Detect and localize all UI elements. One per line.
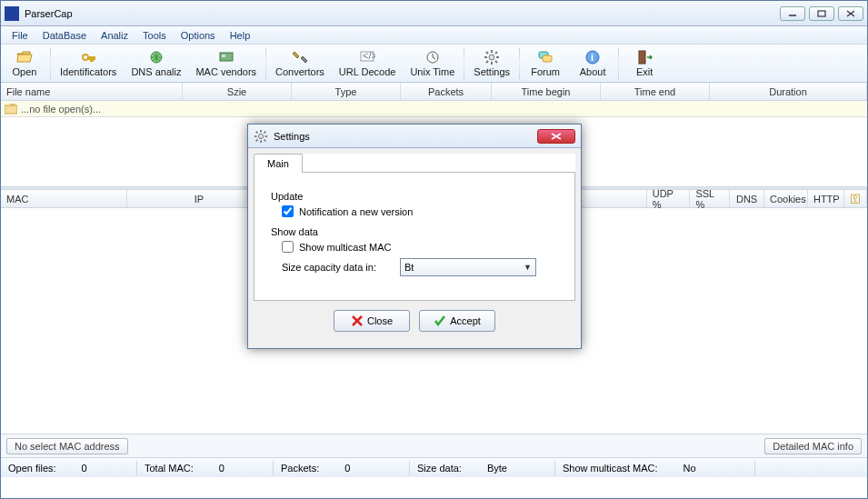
maximize-button[interactable]: [809, 6, 834, 21]
check-icon: [434, 314, 446, 327]
status-openfiles-value: 0: [82, 463, 87, 474]
accept-button-label: Accept: [450, 315, 481, 326]
clock-icon: [424, 49, 441, 65]
svg-point-11: [489, 55, 494, 60]
separator: [50, 48, 51, 79]
checkbox-multicast[interactable]: [282, 241, 294, 253]
forum-icon: [537, 49, 554, 65]
col-http[interactable]: HTTP: [808, 190, 844, 207]
file-grid-header: File name Szie Type Packets Time begin T…: [1, 83, 867, 101]
checkbox-notify-row[interactable]: Notification a new version: [282, 205, 558, 217]
detailed-mac-button[interactable]: Detailed MAC info: [764, 438, 862, 454]
col-packets[interactable]: Packets: [401, 83, 492, 100]
tb-forum[interactable]: Forum: [522, 45, 569, 82]
status-openfiles-label: Open files:: [8, 463, 56, 474]
tb-dns[interactable]: DNS analiz: [124, 45, 188, 82]
size-capacity-select[interactable]: Bt ▼: [400, 258, 536, 276]
col-size[interactable]: Szie: [183, 83, 292, 100]
svg-point-4: [83, 55, 88, 60]
checkbox-multicast-label: Show multicast MAC: [299, 242, 391, 253]
info-icon: i: [584, 49, 601, 65]
dialog-titlebar[interactable]: Settings: [248, 125, 581, 148]
close-button-label: Close: [367, 315, 393, 326]
status-totalmac-value: 0: [219, 463, 224, 474]
dns-icon: [148, 49, 165, 65]
file-grid-empty-row: ...no file open(s)...: [1, 101, 867, 117]
size-capacity-label: Size capacity data in:: [282, 262, 400, 273]
statusbar: Open files:0 Total MAC:0 Packets:0 Size …: [1, 457, 867, 477]
nic-icon: [218, 49, 234, 65]
status-totalmac-label: Total MAC:: [145, 463, 194, 474]
svg-line-32: [256, 139, 258, 141]
tb-about[interactable]: iAbout: [569, 45, 616, 82]
group-showdata: Show data: [271, 226, 558, 237]
col-type[interactable]: Type: [292, 83, 401, 100]
svg-line-33: [264, 131, 266, 133]
empty-text: ...no file open(s)...: [21, 104, 101, 115]
close-button[interactable]: Close: [334, 310, 410, 332]
checkbox-multicast-row[interactable]: Show multicast MAC: [282, 241, 558, 253]
col-mac[interactable]: MAC: [1, 190, 127, 207]
col-ssl[interactable]: SSL %: [690, 190, 730, 207]
gear-icon: [254, 129, 268, 144]
svg-line-19: [495, 52, 497, 54]
separator: [519, 48, 520, 79]
mac-info-bar: No select MAC address Detailed MAC info: [1, 434, 867, 457]
menu-database[interactable]: DataBase: [35, 28, 94, 43]
col-timebegin[interactable]: Time begin: [492, 83, 601, 100]
checkbox-notify-label: Notification a new version: [299, 206, 413, 217]
accept-button[interactable]: Accept: [419, 310, 495, 332]
tb-mac[interactable]: MAC vendors: [188, 45, 264, 82]
tb-identificators[interactable]: Identificators: [53, 45, 124, 82]
tb-convertors[interactable]: Convertors: [268, 45, 332, 82]
status-size-value: Byte: [487, 463, 507, 474]
svg-line-31: [264, 139, 266, 141]
col-dns[interactable]: DNS: [730, 190, 764, 207]
tb-open[interactable]: Open: [1, 45, 48, 82]
status-size-label: Size data:: [417, 463, 462, 474]
menu-tools[interactable]: Tools: [135, 28, 174, 43]
tb-unixtime[interactable]: Unix Time: [403, 45, 462, 82]
tools-icon: [292, 49, 308, 65]
col-timeend[interactable]: Time end: [601, 83, 710, 100]
svg-line-30: [256, 131, 258, 133]
col-cookies[interactable]: Cookies: [764, 190, 808, 207]
folder-open-icon: [16, 49, 33, 65]
svg-rect-24: [639, 51, 645, 64]
close-button[interactable]: [838, 6, 863, 21]
url-decode-icon: </>: [359, 49, 375, 65]
status-packets-value: 0: [344, 463, 350, 474]
svg-rect-1: [818, 11, 825, 16]
tb-url[interactable]: </>URL Decode: [332, 45, 404, 82]
menu-help[interactable]: Help: [223, 28, 258, 43]
svg-rect-21: [543, 55, 552, 62]
svg-text:</>: </>: [363, 50, 375, 61]
status-multi-value: No: [683, 463, 696, 474]
dialog-close-button[interactable]: [537, 129, 575, 144]
menu-analiz[interactable]: Analiz: [94, 28, 135, 43]
separator: [464, 48, 464, 79]
tab-main[interactable]: Main: [254, 154, 303, 173]
col-filename[interactable]: File name: [1, 83, 183, 100]
tb-exit[interactable]: Exit: [621, 45, 668, 82]
col-key[interactable]: ⚿: [844, 190, 867, 207]
svg-point-25: [258, 134, 263, 138]
separator: [265, 48, 266, 79]
app-icon: [5, 6, 19, 21]
tb-settings[interactable]: Settings: [466, 45, 517, 82]
col-udp[interactable]: UDP %: [647, 190, 691, 207]
no-select-label: No select MAC address: [6, 438, 128, 454]
svg-line-16: [486, 52, 488, 54]
menu-options[interactable]: Options: [174, 28, 223, 43]
menu-file[interactable]: File: [5, 28, 35, 43]
tabstrip: Main: [254, 154, 575, 173]
svg-line-17: [495, 61, 497, 63]
svg-rect-7: [222, 55, 225, 57]
folder-icon: [5, 104, 17, 115]
minimize-button[interactable]: [780, 6, 805, 21]
checkbox-notify[interactable]: [282, 205, 294, 217]
key-icon: ⚿: [850, 193, 861, 205]
separator: [618, 48, 619, 79]
col-duration[interactable]: Duration: [710, 83, 867, 100]
window-title: ParserCap: [25, 8, 780, 19]
